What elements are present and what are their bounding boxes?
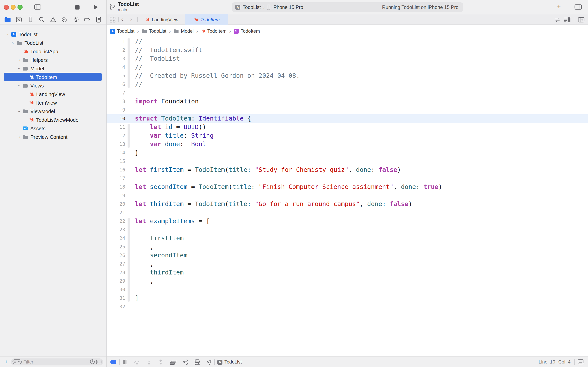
disclosure-chevron-icon[interactable] [16,108,23,114]
plus-icon[interactable]: + [557,3,561,11]
code-editor[interactable]: 1//2// TodoItem.swift3// TodoList4//5// … [107,37,588,356]
line-number[interactable]: 28 [107,268,125,277]
code-line-8[interactable]: 8import Foundation [107,97,588,106]
running-app-item[interactable]: A TodoList [217,357,242,367]
code-line-10[interactable]: 10struct TodoItem: Identifiable { [107,114,588,123]
disclosure-chevron-icon[interactable] [16,83,23,88]
code-line-26[interactable]: 26 secondItem [107,251,588,260]
tab-landingview[interactable]: LandingView [138,14,185,25]
breakpoints-toggle-icon[interactable] [110,360,116,364]
toggle-sidebar-icon[interactable] [34,4,41,10]
line-number[interactable]: 25 [107,242,125,251]
step-out-icon[interactable] [158,357,164,367]
line-number[interactable]: 10 [107,114,125,123]
line-number[interactable]: 30 [107,285,125,294]
sidebar-divider[interactable] [106,0,107,367]
disclosure-chevron-icon[interactable] [16,57,23,63]
filter-input[interactable] [23,359,90,364]
code-line-27[interactable]: 27 , [107,260,588,268]
sidebar-item-helpers[interactable]: Helpers [4,56,102,64]
line-number[interactable]: 21 [107,209,125,217]
code-line-3[interactable]: 3// TodoList [107,54,588,63]
line-number[interactable]: 2 [107,46,125,54]
sidebar-item-todolistviewmodel[interactable]: TodoListViewModel [4,116,102,124]
editor-only-icon[interactable] [578,359,584,365]
code-line-32[interactable]: 32 [107,302,588,311]
disclosure-chevron-icon[interactable] [16,66,23,71]
minimap-icon[interactable] [564,17,571,22]
zoom-icon[interactable] [17,5,22,9]
line-number[interactable]: 4 [107,63,125,72]
code-line-28[interactable]: 28 thirdItem [107,268,588,277]
step-over-icon[interactable] [134,357,140,367]
reports-icon[interactable] [95,16,102,23]
line-number[interactable]: 1 [107,37,125,46]
sidebar-item-todolistapp[interactable]: TodoListApp [4,47,102,56]
line-number[interactable]: 29 [107,277,125,285]
code-line-20[interactable]: 20let thirdItem = TodoItem(title: "Go fo… [107,200,588,209]
breadcrumb-item-group[interactable]: Model [173,28,193,34]
sidebar-item-preview-content[interactable]: Preview Content [4,133,102,141]
add-editor-icon[interactable] [578,17,585,22]
minimize-icon[interactable] [11,5,16,9]
line-number[interactable]: 12 [107,131,125,140]
find-icon[interactable] [39,16,45,23]
code-line-25[interactable]: 25 , [107,242,588,251]
line-number[interactable]: 32 [107,302,125,311]
filter-field[interactable] [11,358,103,365]
sidebar-item-model[interactable]: Model [4,64,102,73]
code-line-21[interactable]: 21 [107,209,588,217]
line-number[interactable]: 3 [107,54,125,63]
fold-ribbon[interactable] [127,38,130,88]
sidebar-item-landingview[interactable]: LandingView [4,90,102,98]
sidebar-item-todolist-project[interactable]: A TodoList [4,30,102,39]
disclosure-chevron-icon[interactable] [10,40,17,46]
code-line-2[interactable]: 2// TodoItem.swift [107,46,588,54]
close-icon[interactable] [4,5,9,9]
back-chevron-icon[interactable]: ‹ [121,16,123,22]
fold-ribbon[interactable] [127,124,130,148]
fold-ribbon[interactable] [127,218,130,302]
line-number[interactable]: 23 [107,225,125,234]
code-line-11[interactable]: 11 let id = UUID() [107,123,588,131]
line-number[interactable]: 11 [107,123,125,131]
code-line-18[interactable]: 18let secondItem = TodoItem(title: "Fini… [107,183,588,191]
view-hierarchy-icon[interactable] [170,357,176,367]
line-number[interactable]: 18 [107,183,125,191]
line-number[interactable]: 9 [107,106,125,114]
code-line-31[interactable]: 31] [107,294,588,302]
sidebar-item-assets[interactable]: Assets [4,124,102,133]
scheme-device[interactable]: iPhone 15 Pro [272,4,303,10]
line-number[interactable]: 7 [107,89,125,97]
forward-chevron-icon[interactable]: › [130,16,132,22]
memory-graph-icon[interactable] [182,357,188,367]
breadcrumb-item-project[interactable]: A TodoList [110,28,134,34]
bookmarks-icon[interactable] [27,16,34,23]
disclosure-chevron-icon[interactable] [5,31,11,37]
line-number[interactable]: 17 [107,174,125,183]
line-number[interactable]: 26 [107,251,125,260]
line-number[interactable]: 8 [107,97,125,106]
editor-grid-icon[interactable] [110,17,116,23]
play-button[interactable] [93,4,98,10]
tab-todoitem[interactable]: TodoItem [185,14,228,25]
sidebar-item-views[interactable]: Views [4,81,102,90]
breadcrumb-item-symbol[interactable]: S TodoItem [234,28,260,34]
source-control-icon[interactable] [16,16,22,23]
environment-overrides-icon[interactable] [194,357,200,367]
scheme-app-name[interactable]: TodoList [243,4,261,10]
project-navigator-icon[interactable] [4,16,11,23]
code-line-1[interactable]: 1// [107,37,588,46]
code-line-12[interactable]: 12 var title: String [107,131,588,140]
code-line-23[interactable]: 23 [107,225,588,234]
simulate-location-icon[interactable] [206,357,212,367]
line-number[interactable]: 24 [107,234,125,242]
sidebar-item-todolist-folder[interactable]: TodoList [4,39,102,47]
code-line-7[interactable]: 7 [107,89,588,97]
line-number[interactable]: 14 [107,149,125,157]
line-number[interactable]: 27 [107,260,125,268]
swap-arrows-icon[interactable] [554,17,560,22]
line-number[interactable]: 20 [107,200,125,209]
add-icon[interactable]: + [3,359,10,365]
line-number[interactable]: 15 [107,157,125,166]
